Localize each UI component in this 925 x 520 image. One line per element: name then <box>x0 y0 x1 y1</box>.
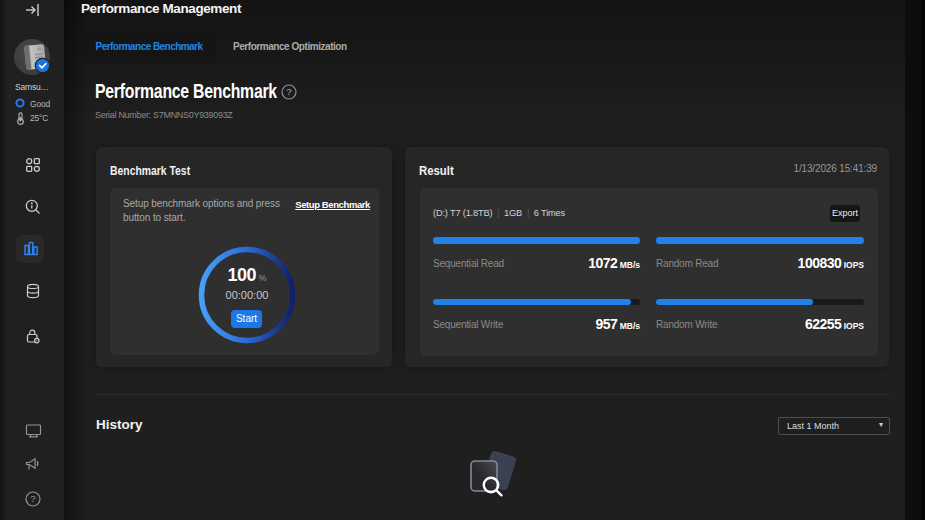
svg-text:?: ? <box>30 493 35 504</box>
svg-text:?: ? <box>286 86 291 97</box>
